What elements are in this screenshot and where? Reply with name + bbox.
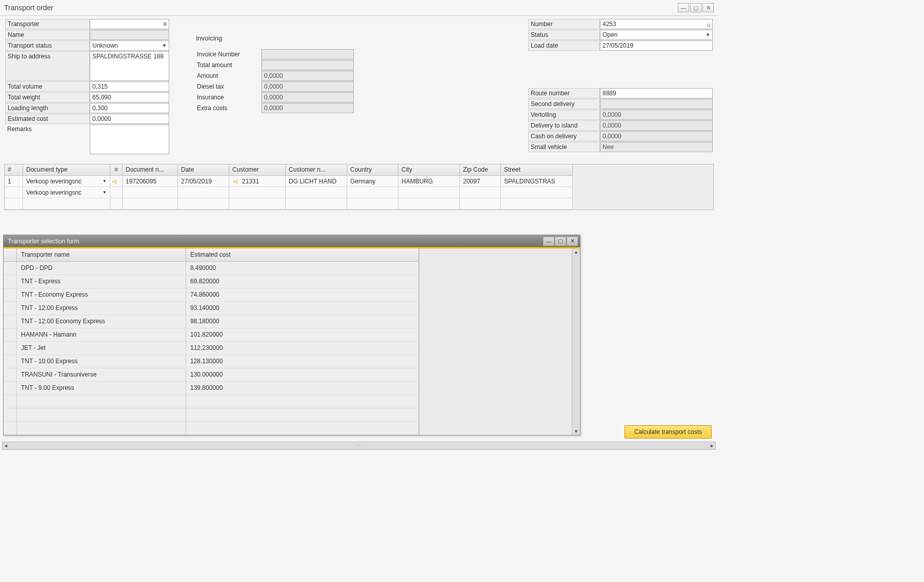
col-date[interactable]: Date <box>178 164 229 176</box>
cell-date: 27/05/2019 <box>178 176 229 187</box>
load-date-input[interactable]: 27/05/2019 <box>600 40 713 51</box>
transporter-row[interactable]: HAMANN - Hamann101.820000 <box>4 328 419 342</box>
mid-column: Invoicing Invoice Number Total amount Am… <box>195 19 354 156</box>
col-street[interactable]: Street <box>501 164 573 176</box>
transporter-name-cell: TRANSUNI - Transuniverse <box>17 368 186 382</box>
cell-doc-type[interactable]: Verkoop leveringsnc <box>23 176 110 187</box>
cell-doc-type[interactable]: Verkoop leveringsnc <box>23 187 110 198</box>
grid-row[interactable]: Verkoop leveringsnc <box>5 187 713 198</box>
transporter-row[interactable]: DPD - DPD8.490000 <box>4 262 419 275</box>
horizontal-scrollbar[interactable]: ◄ ⋯ ► <box>2 442 716 450</box>
calculate-transport-costs-button[interactable]: Calculate transport costs <box>625 425 712 439</box>
transporter-cost-cell: 139.800000 <box>186 382 419 395</box>
total-volume-label: Total volume <box>5 81 90 92</box>
diesel-tax-input: 0,0000 <box>262 81 354 92</box>
subwin-controls: — ▢ ✕ <box>543 237 578 246</box>
subwin-minimize-button[interactable]: — <box>543 237 554 246</box>
cell-city: HAMBURG <box>398 176 460 187</box>
total-amount-label: Total amount <box>195 60 262 70</box>
ship-to-textarea[interactable]: SPALDINGSTRASSE 188 <box>90 51 169 81</box>
cell-doc-num <box>123 187 178 198</box>
insurance-input: 0,0000 <box>262 92 354 102</box>
row-lead <box>4 342 17 355</box>
load-date-value: 27/05/2019 <box>602 42 633 49</box>
scroll-left-icon: ◄ <box>4 443 8 448</box>
transporter-row[interactable]: TNT - 12:00 Economy Express98.180000 <box>4 315 419 328</box>
transporter-row[interactable]: TNT - 10:00 Express128.130000 <box>4 355 419 368</box>
delivery-island-input: 0,0000 <box>600 120 713 131</box>
subwin-header[interactable]: Transporter selection form — ▢ ✕ <box>4 235 580 248</box>
transporter-grid: Transporter name Estimated cost DPD - DP… <box>4 248 419 435</box>
transporter-row[interactable] <box>4 408 419 422</box>
status-select[interactable]: Open <box>600 30 713 40</box>
scroll-right-icon: ► <box>710 443 714 448</box>
ship-to-value: SPALDINGSTRASSE 188 <box>92 53 164 60</box>
transporter-row[interactable]: TNT - Express69.820000 <box>4 275 419 288</box>
col-link[interactable]: ≡ <box>110 164 123 176</box>
subwin-maximize-button[interactable]: ▢ <box>555 237 566 246</box>
transporter-row[interactable]: JET - Jet112.230000 <box>4 342 419 355</box>
subwin-close-button[interactable]: ✕ <box>567 237 578 246</box>
loading-length-input[interactable]: 0,300 <box>90 103 169 113</box>
col-zip[interactable]: Zip Code <box>460 164 501 176</box>
arrow-right-icon: ➪ <box>232 178 240 185</box>
transport-status-label: Transport status <box>5 40 90 51</box>
transporter-row[interactable]: TRANSUNI - Transuniverse130.000000 <box>4 368 419 382</box>
transporter-input[interactable] <box>90 19 169 29</box>
total-volume-input[interactable]: 0,315 <box>90 81 169 92</box>
total-weight-input[interactable]: 65,090 <box>90 92 169 102</box>
grid-row-empty[interactable] <box>5 198 713 210</box>
second-delivery-input <box>600 99 713 109</box>
col-customer[interactable]: Customer <box>229 164 286 176</box>
col-customer-name[interactable]: Customer n... <box>286 164 347 176</box>
cell-date <box>178 187 229 198</box>
extra-costs-value: 0,0000 <box>264 105 283 112</box>
subcol-cost[interactable]: Estimated cost <box>186 248 419 262</box>
col-country[interactable]: Country <box>347 164 398 176</box>
transporter-row[interactable]: TNT - 12:00 Express93.140000 <box>4 302 419 315</box>
vertolling-input: 0,0000 <box>600 110 713 120</box>
col-num[interactable]: # <box>5 164 23 176</box>
estimated-cost-input[interactable]: 0,0000 <box>90 114 169 124</box>
subcol-name[interactable]: Transporter name <box>17 248 186 262</box>
scroll-down-icon: ▼ <box>574 429 578 434</box>
maximize-button[interactable]: ▢ <box>690 3 701 12</box>
transport-status-select[interactable]: Unknown <box>90 40 169 51</box>
transporter-name-cell: DPD - DPD <box>17 262 186 275</box>
transporter-name-cell: TNT - 10:00 Express <box>17 355 186 368</box>
col-city[interactable]: City <box>398 164 460 176</box>
row-lead <box>4 422 17 435</box>
cell-num: 1 <box>5 176 23 187</box>
minimize-button[interactable]: — <box>678 3 689 12</box>
second-delivery-label: Second delivery <box>528 99 600 109</box>
col-doc-num[interactable]: Document n... <box>123 164 178 176</box>
transporter-row[interactable]: TNT - Economy Express74.860000 <box>4 288 419 302</box>
close-button[interactable]: ✕ <box>702 3 714 12</box>
transporter-row[interactable] <box>4 395 419 408</box>
row-lead <box>4 328 17 342</box>
small-vehicle-value: Nee <box>602 143 614 151</box>
amount-value: 0,0000 <box>264 72 283 79</box>
link-arrow-icon[interactable]: ➪ <box>110 176 123 187</box>
transport-status-value: Unknown <box>92 42 118 49</box>
diesel-tax-value: 0,0000 <box>264 83 283 90</box>
status-value: Open <box>602 31 617 38</box>
col-doc-type[interactable]: Document type <box>23 164 110 176</box>
transporter-row[interactable]: TNT - 9:00 Express139.800000 <box>4 382 419 395</box>
cell-link <box>110 187 123 198</box>
transporter-name-cell: TNT - 12:00 Express <box>17 302 186 315</box>
transporter-cost-cell: 130.000000 <box>186 368 419 382</box>
row-lead <box>4 275 17 288</box>
transporter-name-cell: TNT - Express <box>17 275 186 288</box>
cell-zip: 20097 <box>460 176 501 187</box>
grid-header: # Document type ≡ Document n... Date Cus… <box>5 164 713 176</box>
transporter-row[interactable] <box>4 422 419 435</box>
row-lead <box>4 288 17 302</box>
grid-row[interactable]: 1 Verkoop leveringsnc ➪ 197206095 27/05/… <box>5 176 713 187</box>
row-lead <box>4 382 17 395</box>
number-input[interactable]: 4253 <box>600 19 713 29</box>
remarks-textarea[interactable] <box>90 124 169 154</box>
route-number-input[interactable]: 8889 <box>600 88 713 98</box>
vertical-scrollbar[interactable]: ▲ ▼ <box>572 248 580 435</box>
cell-customer[interactable]: ➪21331 <box>229 176 286 187</box>
